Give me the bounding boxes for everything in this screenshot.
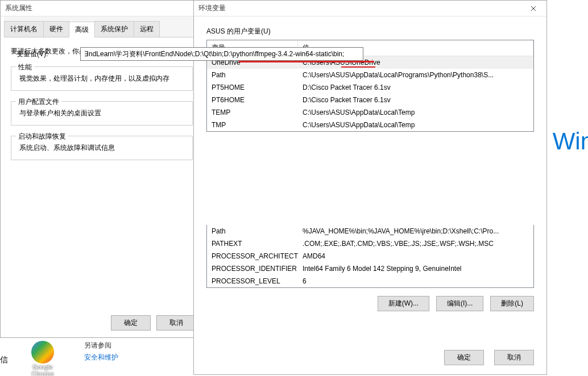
sysprops-tabs: 计算机名 硬件 高级 系统保护 远程 [4, 16, 200, 37]
startup-group: 启动和故障恢复 系统启动、系统故障和调试信息 [11, 136, 193, 160]
envvar-titlebar: 环境变量 [194, 1, 546, 16]
tab-advanced[interactable]: 高级 [69, 22, 95, 37]
userprofile-group: 用户配置文件 与登录帐户相关的桌面设置 [11, 101, 193, 126]
var-value-input[interactable] [80, 47, 363, 61]
table-row[interactable]: PROCESSOR_IDENTIFIERIntel64 Family 6 Mod… [207, 262, 533, 275]
tab-remote[interactable]: 远程 [134, 21, 160, 37]
table-row[interactable]: PathC:\Users\ASUS\AppData\Local\Programs… [207, 69, 533, 81]
sys-delete-button[interactable]: 删除(L) [490, 296, 534, 311]
envvar-ok-button[interactable]: 确定 [444, 350, 484, 365]
table-row[interactable]: TMPC:\Users\ASUS\AppData\Local\Temp [207, 119, 533, 131]
table-row[interactable]: PATHEXT.COM;.EXE;.BAT;.CMD;.VBS;.VBE;.JS… [207, 237, 533, 250]
chrome-label: Google Chrome [28, 364, 57, 376]
system-vars-table[interactable]: Path%JAVA_HOME%\bin;%JAVA_HOME%\jre\bin;… [206, 225, 534, 288]
red-underline-annotation [239, 61, 374, 62]
table-row[interactable]: PT6HOMED:\Cisco Packet Tracer 6.1sv [207, 94, 533, 106]
performance-legend: 性能 [16, 62, 34, 72]
table-row[interactable]: TEMPC:\Users\ASUS\AppData\Local\Temp [207, 106, 533, 119]
sysprops-title: 系统属性 [5, 3, 32, 13]
chrome-desktop-icon[interactable]: Google Chrome [28, 341, 57, 376]
background-windows-text: Win [553, 128, 588, 155]
table-row[interactable]: Path%JAVA_HOME%\bin;%JAVA_HOME%\jre\bin;… [207, 225, 533, 237]
sysprops-ok-button[interactable]: 确定 [111, 315, 151, 331]
partial-text: 信 [0, 355, 8, 365]
userprofile-text: 与登录帐户相关的桌面设置 [19, 108, 184, 118]
var-value-label: 变量值(V): [16, 49, 80, 59]
envvar-close-button[interactable] [525, 3, 542, 14]
sys-new-button[interactable]: 新建(W)... [378, 296, 429, 311]
close-icon [531, 6, 536, 11]
sysprops-titlebar: 系统属性 [1, 1, 203, 16]
security-maintenance-link[interactable]: 安全和维护 [84, 353, 118, 362]
tab-hardware[interactable]: 硬件 [43, 21, 69, 37]
red-underline-annotation-2 [341, 66, 375, 68]
sysprops-cancel-button[interactable]: 取消 [156, 315, 196, 331]
envvar-title: 环境变量 [198, 3, 226, 13]
table-row[interactable]: PROCESSOR_ARCHITECT...AMD64 [207, 250, 533, 262]
chrome-icon [31, 341, 54, 364]
startup-legend: 启动和故障恢复 [16, 132, 68, 141]
user-vars-label: ASUS 的用户变量(U) [206, 27, 534, 36]
see-also-title: 另请参阅 [84, 341, 118, 350]
table-row[interactable]: PROCESSOR_LEVEL6 [207, 275, 533, 287]
performance-group: 性能 视觉效果，处理器计划，内存使用，以及虚拟内存 [11, 66, 193, 91]
tab-system-protection[interactable]: 系统保护 [94, 21, 134, 37]
startup-text: 系统启动、系统故障和调试信息 [19, 143, 184, 153]
tab-computer-name[interactable]: 计算机名 [4, 21, 44, 37]
see-also-section: 另请参阅 安全和维护 [84, 341, 118, 362]
userprofile-legend: 用户配置文件 [16, 97, 61, 107]
envvar-cancel-button[interactable]: 取消 [494, 350, 534, 365]
table-row[interactable]: PT5HOMED:\Cisco Packet Tracer 6.1sv [207, 81, 533, 94]
sys-edit-button[interactable]: 编辑(I)... [436, 296, 483, 311]
performance-text: 视觉效果，处理器计划，内存使用，以及虚拟内存 [19, 74, 184, 83]
